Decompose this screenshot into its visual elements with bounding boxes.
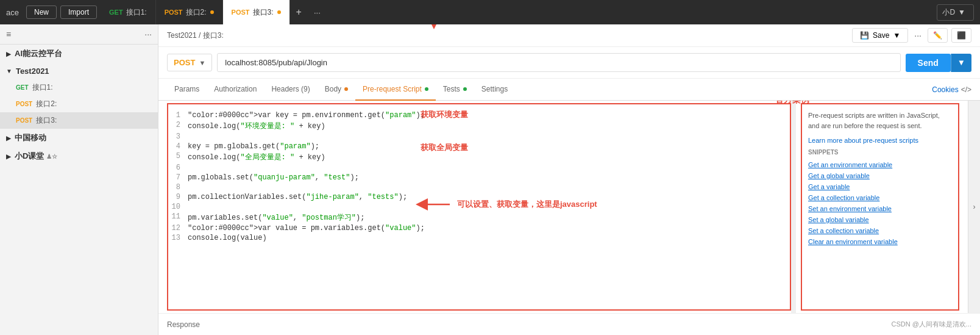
main-area: ≡ ··· ▶ AI能云控平台 ▼ Test2021 GET 接口1: POST… xyxy=(0,24,980,335)
tab-get-api1[interactable]: GET 接口1: xyxy=(101,0,156,24)
save-chevron-icon: ▼ xyxy=(893,31,900,40)
response-label: Response xyxy=(167,320,200,329)
line-number: 7 xyxy=(168,173,188,182)
code-editor[interactable]: 1"color:#0000cc">var key = pm.environmen… xyxy=(167,103,791,311)
code-line: 5console.log("全局变量是: " + key) xyxy=(168,151,790,163)
panel-toggle-button[interactable]: › xyxy=(968,101,980,313)
tab1-method: GET xyxy=(109,9,123,16)
line-number: 6 xyxy=(168,164,188,172)
line-number: 2 xyxy=(168,121,188,129)
line-code-text xyxy=(188,164,790,172)
snippet-item[interactable]: Set a collection variable xyxy=(808,225,952,236)
sidebar: ≡ ··· ▶ AI能云控平台 ▼ Test2021 GET 接口1: POST… xyxy=(0,24,158,335)
send-area: Send ▼ xyxy=(906,54,971,72)
request-tabs-bar: Params Authorization Headers (9) Body Pr… xyxy=(158,79,980,101)
sidebar-section-test2021[interactable]: ▼ Test2021 xyxy=(0,63,158,79)
workspace-name: 小D xyxy=(942,7,955,18)
save-label: Save xyxy=(873,31,889,40)
tab-tests[interactable]: Tests xyxy=(436,79,474,101)
line-code-text: pm.variables.set("value", "postman学习"); xyxy=(188,212,790,223)
tab-prerequest[interactable]: Pre-request Script xyxy=(355,79,436,101)
sidebar-item-api1[interactable]: GET 接口1: xyxy=(0,79,158,96)
new-button[interactable]: New xyxy=(26,5,57,19)
workspace-selector[interactable]: 小D ▼ xyxy=(937,4,974,21)
save-button[interactable]: 💾 Save ▼ xyxy=(852,28,908,43)
snippets-section-label: SNIPPETS xyxy=(808,149,952,156)
tests-dot xyxy=(463,87,467,91)
api1-name: 接口1: xyxy=(32,82,53,93)
tab2-name: 接口2: xyxy=(186,7,207,18)
code-line: 1"color:#0000cc">var key = pm.environmen… xyxy=(168,110,790,120)
snippet-item[interactable]: Get a variable xyxy=(808,181,952,192)
line-number: 4 xyxy=(168,142,188,151)
toolbar-right: 💾 Save ▼ ··· ✏️ ⬛ xyxy=(852,28,971,43)
line-number: 10 xyxy=(168,203,188,211)
snippet-item[interactable]: Get an environment variable xyxy=(808,159,952,170)
content-toolbar: Test2021 / 接口3: 💾 Save ▼ ··· ✏️ ⬛ 前置处理 xyxy=(158,24,980,47)
snippet-item[interactable]: Set an environment variable xyxy=(808,203,952,214)
line-code-text: "color:#0000cc">var key = pm.environment… xyxy=(188,111,790,120)
import-button[interactable]: Import xyxy=(60,5,97,19)
method-label: POST xyxy=(174,58,195,67)
tab-body[interactable]: Body xyxy=(318,79,355,101)
method-chevron-icon: ▼ xyxy=(199,59,205,67)
tab-post-api2[interactable]: POST 接口2: xyxy=(156,0,223,24)
line-code-text xyxy=(188,203,790,211)
line-code-text: console.log("全局变量是: " + key) xyxy=(188,152,790,162)
cookies-link[interactable]: Cookies xyxy=(932,85,958,94)
method-selector[interactable]: POST ▼ xyxy=(167,54,212,71)
sidebar-more-button[interactable]: ··· xyxy=(144,29,152,39)
response-bar: Response CSDN @人间有味是清欢... xyxy=(158,313,980,335)
line-code-text: pm.collectionVariables.set("jihe-param",… xyxy=(188,193,790,201)
sidebar-section-xiaod[interactable]: ▶ 小D课堂 ♟☆ xyxy=(0,147,158,165)
snippet-item[interactable]: Clear an environment variable xyxy=(808,236,952,247)
xiaod-chevron-icon: ▶ xyxy=(6,153,11,160)
send-button[interactable]: Send xyxy=(906,54,951,72)
toolbar-more-button[interactable]: ··· xyxy=(912,28,924,43)
tabs-more-button[interactable]: ··· xyxy=(308,8,327,17)
body-dot xyxy=(344,87,348,91)
tabs-area: GET 接口1: POST 接口2: POST 接口3: + ··· xyxy=(101,0,937,24)
editor-scrollbar[interactable] xyxy=(791,101,796,313)
tab3-method: POST xyxy=(232,9,250,16)
snippets-panel: Pre-request scripts are written in JavaS… xyxy=(801,103,959,311)
url-input[interactable] xyxy=(217,53,900,72)
sidebar-toolbar: ≡ ··· xyxy=(0,24,158,45)
tab-post-api3[interactable]: POST 接口3: xyxy=(223,0,290,24)
sidebar-item-api3[interactable]: POST 接口3: xyxy=(0,112,158,129)
tab-authorization[interactable]: Authorization xyxy=(207,79,264,101)
line-number: 5 xyxy=(168,152,188,160)
sidebar-section-ai[interactable]: ▶ AI能云控平台 xyxy=(0,45,158,63)
prerequest-dot xyxy=(425,87,428,91)
line-number: 12 xyxy=(168,224,188,232)
app-container: ace New Import GET 接口1: POST 接口2: POST 接… xyxy=(0,0,980,335)
app-title: ace xyxy=(6,8,19,17)
line-number: 3 xyxy=(168,132,188,141)
snippet-item[interactable]: Set a global variable xyxy=(808,214,952,225)
send-chevron-button[interactable]: ▼ xyxy=(951,54,971,72)
api2-name: 接口2: xyxy=(36,99,57,109)
code-line: 3 xyxy=(168,132,790,142)
snippet-item[interactable]: Get a global variable xyxy=(808,170,952,181)
edit-button[interactable]: ✏️ xyxy=(928,28,948,43)
sidebar-filter-button[interactable]: ≡ xyxy=(6,29,11,39)
layout-button[interactable]: ⬛ xyxy=(951,28,971,43)
code-toggle-button[interactable]: </> xyxy=(961,85,971,94)
snippet-item[interactable]: Get a collection variable xyxy=(808,192,952,203)
add-tab-button[interactable]: + xyxy=(290,7,308,18)
line-number: 1 xyxy=(168,111,188,120)
chinamobile-chevron-icon: ▶ xyxy=(6,135,11,142)
editor-snippets-area: 获取环境变量 获取全局变量 可以设置、获取变量，这里是javascript xyxy=(158,101,980,313)
save-icon: 💾 xyxy=(860,31,869,40)
sidebar-chinamobile-title: 中国移动 xyxy=(15,132,46,143)
tab-settings[interactable]: Settings xyxy=(474,79,515,101)
tab-headers[interactable]: Headers (9) xyxy=(264,79,317,101)
request-line: POST ▼ Send ▼ xyxy=(158,47,980,79)
learn-more-link[interactable]: Learn more about pre-request scripts xyxy=(808,137,952,144)
sidebar-ai-title: AI能云控平台 xyxy=(15,48,62,59)
code-line: 7pm.globals.set("quanju-param", "test"); xyxy=(168,173,790,182)
sidebar-section-chinamobile[interactable]: ▶ 中国移动 xyxy=(0,129,158,147)
sidebar-item-api2[interactable]: POST 接口2: xyxy=(0,96,158,112)
sidebar-test2021-title: Test2021 xyxy=(16,67,49,76)
tab-params[interactable]: Params xyxy=(167,79,207,101)
